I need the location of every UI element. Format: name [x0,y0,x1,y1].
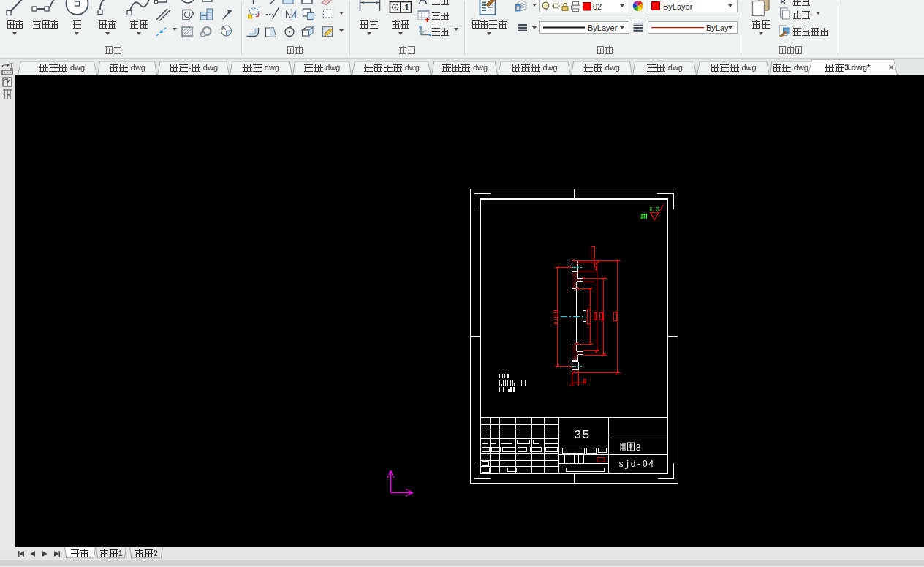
svg-text:.1: .1 [403,3,409,12]
svg-text:6.3: 6.3 [650,206,659,214]
svg-text:A: A [222,25,227,31]
svg-text:35: 35 [574,428,590,442]
svg-text:3: 3 [636,443,641,454]
svg-text:sjd-04: sjd-04 [618,459,654,470]
